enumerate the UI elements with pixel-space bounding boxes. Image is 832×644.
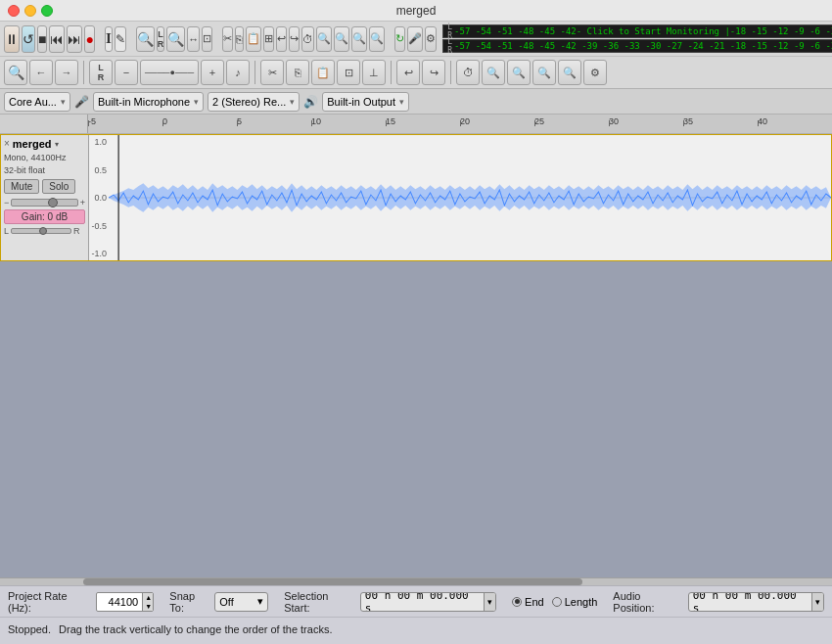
length-radio-option[interactable]: Length [552,596,598,608]
paste-button[interactable]: 📋 [246,26,261,52]
search1-button[interactable]: 🔍 [316,26,332,52]
selection-start-value: 00 h 00 m 00.000 s [361,592,484,612]
zoom4-button[interactable]: 🔍 [532,60,556,85]
arrow-left-button[interactable]: ← [29,60,53,85]
copy-button[interactable]: ⎘ [235,26,244,52]
cut2-button[interactable]: ✂ [260,60,284,85]
meter-bottom[interactable]: LR -57 -54 -51 -48 -45 -42 -39 -36 -33 -… [442,39,832,53]
select2-button[interactable]: 🔍 [4,60,27,85]
y-axis: 1.0 0.5 0.0 -0.5 -1.0 [89,135,109,260]
host-selector[interactable]: Core Au... ▾ [4,92,70,112]
record-button[interactable]: ● [84,25,94,53]
loop-button[interactable]: ↺ [22,25,35,53]
selection-start-label: Selection Start: [284,590,356,614]
y-label-5: -1.0 [89,249,109,258]
select-tool-button[interactable]: ↔ [187,26,200,52]
ruler-tick-5: 5 [237,116,242,126]
cursor-tool-button[interactable]: I [105,26,113,52]
selection-start-arrow[interactable]: ▾ [484,593,495,611]
vol-slider-btn[interactable]: ────●─── [140,60,199,85]
titlebar: merged [0,0,832,22]
zoom3-button[interactable]: 🔍 [507,60,531,85]
arrow-right-button[interactable]: → [55,60,78,85]
zoom-out-button[interactable]: 🔍 [166,26,185,52]
pencil-tool-button[interactable]: ✎ [115,26,126,52]
zoom-in-button[interactable]: 🔍 [136,26,155,52]
timer2-button[interactable]: ⏱ [456,60,480,85]
align-button[interactable]: ⊞ [263,26,274,52]
copy2-button[interactable]: ⎘ [286,60,309,85]
trim2-button[interactable]: ⊡ [337,60,360,85]
vol-up-button[interactable]: + [201,60,224,85]
undo-button[interactable]: ↩ [276,26,287,52]
maximize-button[interactable] [41,5,53,17]
pan-slider-thumb[interactable] [39,227,47,235]
output-device-selector[interactable]: Built-in Output ▾ [322,92,409,112]
timeline-ruler: -5051015202530354045 [0,115,832,134]
channels-selector[interactable]: 2 (Stereo) Re... ▾ [208,92,300,112]
gain-slider-thumb[interactable] [48,198,58,207]
audio-pos-field[interactable]: 00 h 00 m 00.000 s ▾ [688,592,824,612]
end-radio-dot[interactable] [512,597,522,607]
timer-button[interactable]: ⏱ [301,26,314,52]
search3-button[interactable]: 🔍 [351,26,367,52]
meter-wrapper: LR -57 -54 -51 -48 -45 -42- Click to Sta… [442,24,832,53]
trim-button[interactable]: ✂ [222,26,233,52]
search4-button[interactable]: 🔍 [369,26,385,52]
lr-button[interactable]: LR [89,60,113,85]
settings2-button[interactable]: ⚙ [583,60,607,85]
stop-button[interactable]: ■ [37,25,47,53]
redo-button[interactable]: ↪ [289,26,300,52]
track-dropdown-arrow[interactable]: ▾ [55,140,59,149]
zoom5-button[interactable]: 🔍 [558,60,581,85]
skip-back-button[interactable]: ⏮ [49,25,65,53]
vol-down-button[interactable]: − [115,60,138,85]
track-close-button[interactable]: × [4,139,10,149]
track-info-line2: 32-bit float [4,164,85,177]
hscrollbar-thumb[interactable] [83,578,582,585]
hscrollbar[interactable] [0,577,832,585]
status-hint-text: Drag the track vertically to change the … [59,623,332,635]
channels-label: 2 (Stereo) Re... [212,96,286,108]
split-button[interactable]: ⊥ [362,60,386,85]
silence-tool-button[interactable]: ⊡ [202,26,212,52]
settings-button[interactable]: ⚙ [425,26,437,52]
pitch-button[interactable]: ♪ [226,60,250,85]
project-rate-field[interactable]: 44100 ▲ ▼ [96,592,154,612]
minimize-button[interactable] [24,5,36,17]
mute-button[interactable]: Mute [4,179,39,194]
status-controls-row: Project Rate (Hz): 44100 ▲ ▼ Snap To: Of… [0,586,832,618]
length-radio-dot[interactable] [552,597,562,607]
host-arrow: ▾ [61,97,66,107]
y-label-2: 0.5 [89,165,109,175]
rate-spinner-buttons[interactable]: ▲ ▼ [142,593,154,611]
snap-label: Snap To: [169,590,210,614]
paste2-button[interactable]: 📋 [311,60,335,85]
separator5 [83,61,84,84]
mic-button[interactable]: 🎤 [407,26,423,52]
pause-button[interactable]: ⏸ [4,25,20,53]
redo2-button[interactable]: ↪ [422,60,445,85]
zoom2-button[interactable]: 🔍 [482,60,505,85]
undo2-button[interactable]: ↩ [396,60,420,85]
zoom-L-button[interactable]: LR [157,26,165,52]
rate-down-button[interactable]: ▼ [142,602,154,611]
pan-slider-track[interactable] [11,228,71,234]
refresh-button[interactable]: ↻ [394,26,405,52]
snap-selector[interactable]: Off ▾ [214,592,268,612]
skip-forward-button[interactable]: ⏭ [67,25,82,53]
gain-slider-track[interactable] [11,199,77,207]
end-radio-option[interactable]: End [512,596,544,608]
window-title: merged [396,4,437,18]
empty-track-area [0,261,832,577]
waveform-area[interactable]: 1.0 0.5 0.0 -0.5 -1.0 [89,135,831,260]
selection-start-field[interactable]: 00 h 00 m 00.000 s ▾ [360,592,496,612]
input-device-label: Built-in Microphone [98,96,190,108]
solo-button[interactable]: Solo [42,179,75,194]
search2-button[interactable]: 🔍 [334,26,349,52]
close-button[interactable] [8,5,20,17]
rate-up-button[interactable]: ▲ [142,593,154,602]
meter-top[interactable]: LR -57 -54 -51 -48 -45 -42- Click to Sta… [442,24,832,38]
input-device-selector[interactable]: Built-in Microphone ▾ [93,92,204,112]
audio-pos-arrow[interactable]: ▾ [811,593,823,611]
